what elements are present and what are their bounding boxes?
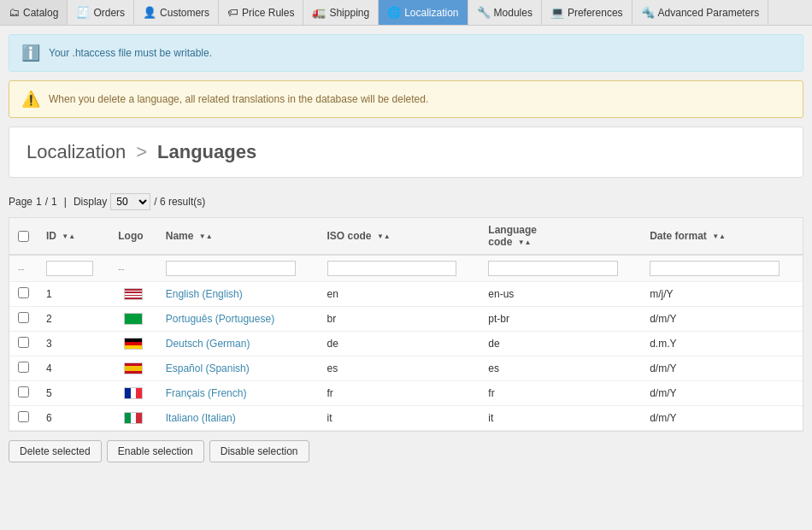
flag-icon bbox=[124, 412, 143, 424]
display-label: Display bbox=[74, 196, 107, 208]
localization-icon: 🌐 bbox=[387, 6, 401, 19]
nav-price-rules[interactable]: 🏷Price Rules bbox=[219, 0, 303, 25]
row-date-format: d/m/Y bbox=[641, 307, 803, 332]
nav-orders[interactable]: 🧾Orders bbox=[68, 0, 134, 25]
enable-selection-button[interactable]: Enable selection bbox=[107, 440, 204, 462]
row-iso: fr bbox=[319, 381, 480, 406]
row-date-format: m/j/Y bbox=[641, 282, 803, 307]
row-checkbox[interactable] bbox=[18, 411, 29, 422]
nav-preferences[interactable]: 💻Preferences bbox=[542, 0, 633, 25]
filter-lang-code bbox=[480, 255, 641, 282]
filter-iso-input[interactable] bbox=[327, 261, 457, 276]
row-date-format: d/m/Y bbox=[641, 356, 803, 381]
col-name: Name ▼▲ bbox=[157, 218, 319, 255]
row-checkbox-cell bbox=[9, 332, 38, 356]
row-lang-code: en-us bbox=[480, 282, 641, 307]
row-checkbox[interactable] bbox=[18, 312, 29, 323]
language-link[interactable]: English (English) bbox=[166, 288, 243, 300]
col-language-code: Languagecode ▼▲ bbox=[480, 218, 641, 255]
iso-sort-icons[interactable]: ▼▲ bbox=[377, 233, 391, 240]
language-link[interactable]: Deutsch (German) bbox=[166, 338, 250, 350]
top-navigation: 🗂Catalog 🧾Orders 👤Customers 🏷Price Rules… bbox=[0, 0, 812, 26]
filter-date-format bbox=[641, 255, 803, 282]
disable-selection-button[interactable]: Disable selection bbox=[209, 440, 309, 462]
nav-shipping[interactable]: 🚛Shipping bbox=[303, 0, 379, 25]
info-alert: ℹ️ Your .htaccess file must be writable. bbox=[9, 34, 803, 72]
filter-id-input[interactable] bbox=[46, 261, 93, 276]
row-checkbox[interactable] bbox=[18, 386, 29, 398]
actions-bar: Delete selected Enable selection Disable… bbox=[0, 432, 812, 471]
row-checkbox-cell bbox=[9, 381, 38, 406]
row-checkbox-cell bbox=[9, 307, 38, 332]
col-date-format: Date format ▼▲ bbox=[641, 218, 803, 255]
col-id: ID ▼▲ bbox=[38, 218, 109, 255]
row-lang-code: pt-br bbox=[480, 307, 641, 332]
col-select bbox=[9, 218, 38, 255]
breadcrumb-section: Localization > Languages bbox=[9, 127, 803, 178]
advanced-parameters-icon: 🔩 bbox=[641, 6, 655, 19]
pagination-bar: Page 1 / 1 | Display 50 20 100 300 / 6 r… bbox=[0, 186, 812, 217]
id-sort-icons[interactable]: ▼▲ bbox=[62, 233, 75, 240]
row-date-format: d/m/Y bbox=[641, 406, 803, 431]
row-checkbox-cell bbox=[9, 356, 38, 381]
row-id: 1 bbox=[38, 282, 109, 307]
language-link[interactable]: Español (Spanish) bbox=[166, 362, 250, 374]
breadcrumb-current: Languages bbox=[157, 141, 256, 163]
row-date-format: d/m/Y bbox=[641, 381, 803, 406]
row-id: 3 bbox=[38, 332, 109, 356]
row-id: 2 bbox=[38, 307, 109, 332]
language-link[interactable]: Português (Portuguese) bbox=[166, 313, 274, 325]
row-iso: es bbox=[319, 356, 480, 381]
breadcrumb-separator: > bbox=[136, 141, 147, 163]
row-checkbox[interactable] bbox=[18, 337, 29, 348]
row-checkbox[interactable] bbox=[18, 362, 29, 373]
warning-alert: ⚠️ When you delete a language, all relat… bbox=[9, 80, 803, 118]
row-iso: br bbox=[319, 307, 480, 332]
languages-table-container: ID ▼▲ Logo Name ▼▲ ISO code ▼▲ Languagec… bbox=[9, 217, 803, 432]
filter-id bbox=[38, 255, 109, 282]
table-row: 4 Español (Spanish) es es d/m/Y bbox=[9, 356, 803, 381]
nav-localization[interactable]: 🌐Localization bbox=[379, 0, 468, 25]
row-name: Français (French) bbox=[157, 381, 319, 406]
filter-lang-code-input[interactable] bbox=[488, 261, 618, 276]
modules-icon: 🔧 bbox=[477, 6, 491, 19]
row-date-format: d.m.Y bbox=[641, 332, 803, 356]
breadcrumb-parent[interactable]: Localization bbox=[26, 141, 126, 163]
delete-selected-button[interactable]: Delete selected bbox=[9, 440, 102, 462]
row-checkbox-cell bbox=[9, 282, 38, 307]
row-checkbox-cell bbox=[9, 406, 38, 431]
row-lang-code: it bbox=[480, 406, 641, 431]
col-logo: Logo bbox=[109, 218, 156, 255]
filter-name-input[interactable] bbox=[166, 261, 296, 276]
nav-customers[interactable]: 👤Customers bbox=[134, 0, 219, 25]
row-checkbox[interactable] bbox=[18, 287, 29, 298]
row-name: English (English) bbox=[157, 282, 319, 307]
row-logo bbox=[109, 406, 156, 431]
display-select[interactable]: 50 20 100 300 bbox=[110, 193, 150, 210]
lang-code-sort-icons[interactable]: ▼▲ bbox=[518, 239, 532, 246]
filter-date-format-input[interactable] bbox=[650, 261, 780, 276]
shipping-icon: 🚛 bbox=[312, 6, 326, 19]
info-icon: ℹ️ bbox=[21, 44, 40, 62]
table-row: 2 Português (Portuguese) br pt-br d/m/Y bbox=[9, 307, 803, 332]
language-link[interactable]: Français (French) bbox=[166, 387, 247, 399]
flag-icon bbox=[124, 362, 143, 374]
col-iso-code: ISO code ▼▲ bbox=[319, 218, 480, 255]
catalog-icon: 🗂 bbox=[9, 6, 20, 19]
warning-icon: ⚠️ bbox=[21, 90, 40, 109]
row-id: 4 bbox=[38, 356, 109, 381]
nav-catalog[interactable]: 🗂Catalog bbox=[0, 0, 68, 25]
nav-modules[interactable]: 🔧Modules bbox=[468, 0, 542, 25]
row-id: 5 bbox=[38, 381, 109, 406]
nav-advanced-parameters[interactable]: 🔩Advanced Parameters bbox=[633, 0, 769, 25]
filter-select: -- bbox=[9, 255, 38, 282]
row-logo bbox=[109, 381, 156, 406]
row-logo bbox=[109, 356, 156, 381]
row-name: Português (Portuguese) bbox=[157, 307, 319, 332]
language-link[interactable]: Italiano (Italian) bbox=[166, 412, 236, 424]
name-sort-icons[interactable]: ▼▲ bbox=[199, 233, 213, 240]
row-name: Español (Spanish) bbox=[157, 356, 319, 381]
date-sort-icons[interactable]: ▼▲ bbox=[712, 233, 726, 240]
select-all-checkbox[interactable] bbox=[18, 231, 29, 242]
total-pages: 1 bbox=[51, 196, 57, 208]
